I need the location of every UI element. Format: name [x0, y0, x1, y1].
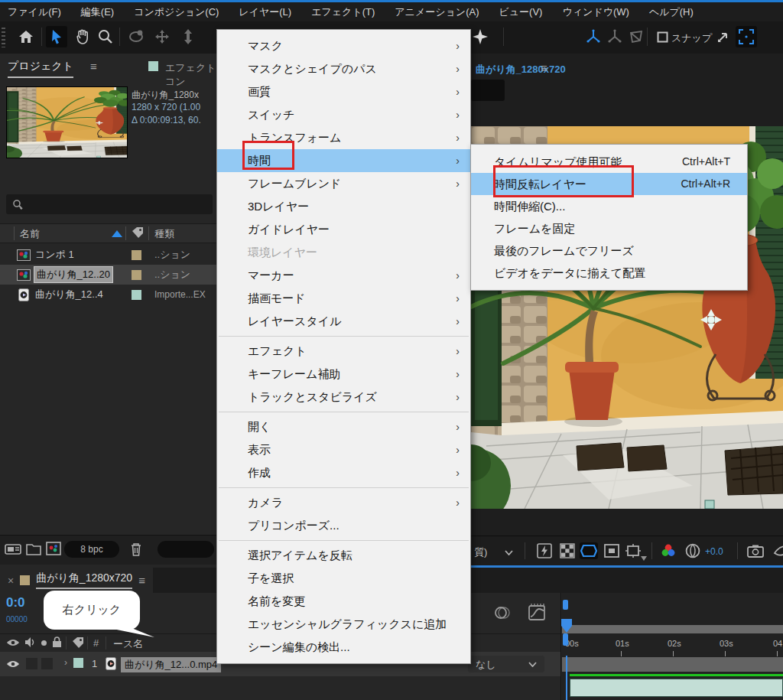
local-axis-mode-button[interactable] [583, 26, 604, 47]
menu-file[interactable]: ファイル(F) [8, 5, 61, 19]
eye-icon[interactable] [6, 638, 20, 647]
composition-panel-menu-icon[interactable]: ≡ [541, 61, 547, 74]
orbit-camera-tool-button[interactable] [125, 26, 147, 47]
tab-effect-controls[interactable]: エフェクトコン [165, 61, 219, 89]
submenu-item-freeze-frame[interactable]: フレームを固定 [471, 217, 747, 239]
playhead[interactable] [560, 618, 573, 633]
show-snapshot-icon[interactable] [771, 542, 783, 559]
exposure-value[interactable]: +0.0 [705, 546, 723, 557]
project-search-input[interactable] [6, 194, 213, 214]
tab-timeline[interactable]: × 曲がり角_1280x720 ≡ [0, 568, 153, 593]
layer-duration-bar[interactable] [570, 679, 783, 697]
selection-tool-button[interactable] [46, 26, 67, 47]
timeline-panel-menu-icon[interactable]: ≡ [138, 574, 145, 587]
label-swatch[interactable] [132, 270, 141, 280]
context-menu-item-guide-layer[interactable]: ガイドレイヤー [217, 218, 470, 241]
work-area-band[interactable] [562, 657, 783, 672]
interpret-footage-icon[interactable] [5, 542, 21, 556]
context-menu-item-precompose[interactable]: プリコンポーズ... [217, 514, 470, 537]
context-menu-item-keyframe-assistant[interactable]: キーフレーム補助› [217, 363, 470, 386]
expand-chevron-icon[interactable]: › [64, 657, 67, 668]
context-menu-item-3d-layer[interactable]: 3Dレイヤー [217, 195, 470, 218]
channels-button[interactable] [659, 542, 677, 559]
project-row-comp1[interactable]: コンポ 1 ..ション [0, 245, 219, 265]
view-axis-mode-button[interactable] [625, 26, 647, 47]
context-menu-item-layer-styles[interactable]: レイヤースタイル› [217, 310, 470, 333]
comp-time-field[interactable] [471, 80, 505, 101]
parent-link-dropdown[interactable]: なし [468, 656, 544, 672]
menu-composition[interactable]: コンポジション(C) [134, 5, 219, 19]
current-time-display[interactable]: 0:0 [6, 595, 25, 610]
menu-layer[interactable]: レイヤー(L) [239, 5, 291, 19]
trash-icon[interactable] [130, 542, 142, 557]
exposure-button[interactable] [684, 542, 702, 559]
footage-thumbnail[interactable] [6, 86, 128, 158]
chevron-down-icon[interactable] [505, 550, 513, 555]
footer-pill[interactable] [158, 541, 214, 558]
layer-label-swatch[interactable] [73, 658, 83, 668]
work-area-bar[interactable] [562, 625, 783, 633]
menu-view[interactable]: ビュー(V) [499, 5, 542, 19]
tab-composition[interactable]: 曲がり角_1280x720 [476, 63, 566, 77]
audio-icon[interactable] [24, 637, 36, 648]
submenu-item-freeze-on-last-frame[interactable]: 最後のフレームでフリーズ [471, 239, 747, 262]
solo-icon[interactable] [41, 640, 47, 646]
scale-around-center-button[interactable] [713, 26, 734, 47]
layer-name[interactable]: 曲がり角_12...0.mp4 [121, 657, 221, 672]
context-menu-item-track-stabilize[interactable]: トラックとスタビライズ› [217, 386, 470, 409]
graph-editor-icon[interactable] [528, 603, 546, 621]
menu-animation[interactable]: アニメーション(A) [395, 5, 479, 19]
context-menu-item-select-children[interactable]: 子を選択 [217, 567, 470, 590]
work-area-start-handle[interactable] [563, 600, 568, 610]
menu-effect[interactable]: エフェクト(T) [311, 5, 375, 19]
panel-grip[interactable] [2, 28, 5, 47]
sort-ascending-icon[interactable] [112, 230, 122, 237]
project-panel-menu-icon[interactable]: ≡ [90, 60, 97, 73]
capture-region-button[interactable] [736, 26, 757, 47]
region-of-interest-button[interactable] [580, 542, 598, 559]
eye-icon[interactable] [6, 659, 20, 669]
label-column-icon[interactable] [132, 226, 144, 239]
tab-project[interactable]: プロジェクト [8, 60, 73, 78]
context-menu-item-quality[interactable]: 画質› [217, 80, 470, 103]
audio-toggle[interactable] [26, 658, 37, 669]
context-menu-item-frame-blending[interactable]: フレームブレンド› [217, 172, 470, 195]
hand-tool-button[interactable] [72, 26, 93, 47]
context-menu-item-marker[interactable]: マーカー› [217, 264, 470, 287]
project-row-footage[interactable]: 曲がり角_12..4 Importe...EX [0, 285, 219, 304]
new-folder-icon[interactable] [26, 542, 41, 555]
context-menu-item-invert-selection[interactable]: 選択アイテムを反転 [217, 544, 470, 567]
lock-icon[interactable] [52, 637, 62, 648]
menu-help[interactable]: ヘルプ(H) [649, 5, 694, 19]
context-menu-item-detect-scene-edits[interactable]: シーン編集の検出... [217, 636, 470, 659]
context-menu-item-rename[interactable]: 名前を変更 [217, 590, 470, 613]
world-axis-mode-button[interactable] [604, 26, 625, 47]
snapshot-camera-icon[interactable] [746, 542, 765, 559]
menu-edit[interactable]: 編集(E) [81, 5, 114, 19]
menu-window[interactable]: ウィンドウ(W) [562, 5, 629, 19]
context-menu-item-mask[interactable]: マスク› [217, 34, 470, 57]
column-type[interactable]: 種類 [154, 227, 174, 241]
context-menu-item-switches[interactable]: スイッチ› [217, 103, 470, 126]
pan-camera-tool-button[interactable] [151, 26, 173, 47]
label-swatch[interactable] [132, 290, 141, 300]
playhead-line[interactable] [566, 656, 567, 700]
dolly-camera-tool-button[interactable] [177, 26, 199, 47]
transparency-grid-button[interactable] [558, 542, 577, 559]
column-name[interactable]: 名前 [20, 227, 40, 241]
new-composition-icon[interactable] [46, 542, 61, 555]
context-menu-item-blending-mode[interactable]: 描画モード› [217, 287, 470, 310]
fast-preview-button[interactable] [535, 542, 554, 559]
playhead-secondary-handle[interactable] [563, 633, 568, 646]
color-depth-button[interactable]: 8 bpc [64, 541, 119, 558]
pixel-aspect-button[interactable] [624, 542, 642, 559]
label-swatch[interactable] [132, 250, 141, 260]
context-menu-item-create[interactable]: 作成› [217, 461, 470, 484]
project-row-selected[interactable]: 曲がり角_12..20 ..ション [0, 265, 219, 285]
close-icon[interactable]: × [8, 575, 14, 587]
context-menu-item-open[interactable]: 開く› [217, 415, 470, 438]
submenu-item-time-stretch[interactable]: 時間伸縮(C)... [471, 195, 747, 217]
home-button[interactable] [15, 26, 37, 47]
zoom-tool-button[interactable] [95, 26, 116, 47]
context-menu-item-mask-shape-path[interactable]: マスクとシェイプのパス› [217, 57, 470, 80]
